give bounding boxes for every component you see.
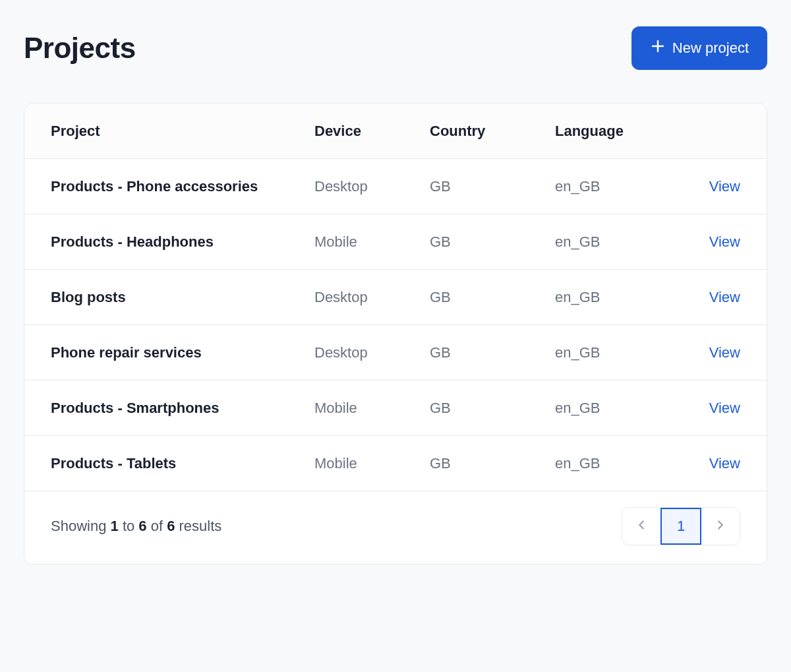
cell-project: Phone repair services [51,344,314,361]
view-link[interactable]: View [709,233,740,250]
column-header-device: Device [314,123,430,140]
showing-from: 1 [111,518,119,534]
pagination-page-current[interactable]: 1 [660,508,701,545]
pagination: 1 [622,507,740,545]
of-word: of [147,518,167,534]
cell-language: en_GB [555,400,680,417]
pagination-prev-button[interactable] [622,508,660,545]
cell-action: View [680,178,740,195]
view-link[interactable]: View [709,178,740,195]
cell-project: Products - Headphones [51,233,314,251]
cell-action: View [680,344,740,361]
showing-to: 6 [138,518,146,534]
table-header-row: Project Device Country Language [24,104,767,159]
view-link[interactable]: View [709,344,740,361]
cell-project: Products - Tablets [51,455,314,472]
cell-device: Mobile [314,455,430,472]
view-link[interactable]: View [709,455,740,472]
table-row: Phone repair servicesDesktopGBen_GBView [24,325,767,381]
showing-prefix: Showing [51,518,111,534]
pagination-next-button[interactable] [701,508,740,545]
results-summary: Showing 1 to 6 of 6 results [51,518,221,535]
cell-language: en_GB [555,289,680,306]
cell-device: Desktop [314,178,430,195]
cell-country: GB [430,178,555,195]
cell-action: View [680,400,740,417]
cell-project: Products - Phone accessories [51,178,314,195]
projects-table-card: Project Device Country Language Products… [24,103,767,565]
cell-country: GB [430,400,555,417]
cell-country: GB [430,289,555,306]
cell-device: Mobile [314,233,430,251]
to-word: to [119,518,139,534]
cell-action: View [680,233,740,251]
column-header-project: Project [51,123,314,140]
chevron-right-icon [713,518,728,535]
cell-language: en_GB [555,178,680,195]
cell-project: Blog posts [51,289,314,306]
cell-device: Mobile [314,400,430,417]
table-row: Products - SmartphonesMobileGBen_GBView [24,381,767,436]
view-link[interactable]: View [709,289,740,305]
page-title: Projects [24,32,136,65]
cell-action: View [680,455,740,472]
cell-country: GB [430,233,555,251]
plus-icon [650,38,666,58]
showing-total: 6 [167,518,175,534]
table-row: Products - TabletsMobileGBen_GBView [24,436,767,491]
page-header: Projects New project [24,26,767,70]
new-project-button[interactable]: New project [631,26,767,70]
view-link[interactable]: View [709,400,740,416]
new-project-label: New project [672,40,749,57]
cell-device: Desktop [314,344,430,361]
chevron-left-icon [634,518,649,535]
table-row: Blog postsDesktopGBen_GBView [24,270,767,325]
cell-language: en_GB [555,233,680,251]
table-row: Products - Phone accessoriesDesktopGBen_… [24,159,767,214]
cell-language: en_GB [555,344,680,361]
results-word: results [175,518,221,534]
table-footer: Showing 1 to 6 of 6 results 1 [24,491,767,564]
table-body: Products - Phone accessoriesDesktopGBen_… [24,159,767,491]
cell-country: GB [430,344,555,361]
cell-device: Desktop [314,289,430,306]
cell-country: GB [430,455,555,472]
column-header-language: Language [555,123,680,140]
cell-project: Products - Smartphones [51,400,314,417]
cell-language: en_GB [555,455,680,472]
cell-action: View [680,289,740,306]
table-row: Products - HeadphonesMobileGBen_GBView [24,214,767,270]
column-header-country: Country [430,123,555,140]
